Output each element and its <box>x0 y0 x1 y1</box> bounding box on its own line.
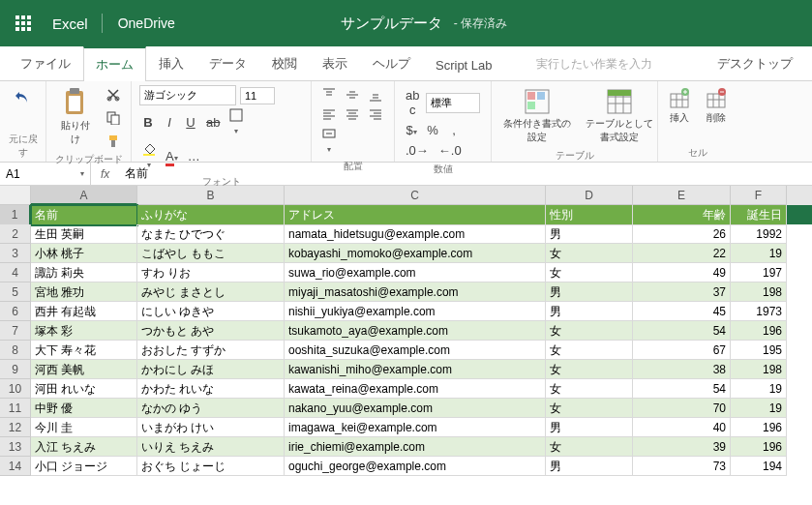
cell[interactable]: 45 <box>633 302 731 321</box>
cell[interactable]: 入江 ちえみ <box>31 437 137 457</box>
dec-decimal-button[interactable]: ←.0 <box>436 140 465 161</box>
tab-desktop[interactable]: デスクトップ <box>706 47 804 80</box>
format-painter-button[interactable] <box>104 132 123 151</box>
cell[interactable]: nakano_yuu@example.com <box>285 399 546 418</box>
cell[interactable]: 小林 桃子 <box>31 244 137 263</box>
cell[interactable]: 河田 れいな <box>31 379 137 399</box>
paste-button[interactable]: 貼り付け <box>54 85 96 149</box>
fx-icon[interactable]: fx <box>91 167 119 181</box>
strike-button[interactable]: ab <box>203 112 223 133</box>
align-middle-button[interactable] <box>343 85 362 104</box>
cell[interactable]: 女 <box>546 360 633 379</box>
cell[interactable]: 196 <box>731 321 787 341</box>
cell[interactable]: 195 <box>731 341 787 360</box>
cell[interactable]: nishii_yukiya@example.com <box>285 302 546 321</box>
cell[interactable]: 女 <box>546 263 633 282</box>
cell[interactable]: kobayashi_momoko@example.com <box>285 244 546 263</box>
cell[interactable]: 男 <box>546 224 633 244</box>
cell[interactable]: 196 <box>731 418 787 437</box>
select-all-corner[interactable] <box>0 186 31 205</box>
cell[interactable]: 38 <box>633 360 731 379</box>
conditional-format-button[interactable]: 条件付き書式の設定 <box>499 85 576 147</box>
cell[interactable]: 西井 有起哉 <box>31 302 137 321</box>
font-size-select[interactable]: 11 <box>240 87 275 104</box>
font-color-button[interactable]: A▾ <box>163 146 181 166</box>
merge-button[interactable]: ▾ <box>319 124 339 158</box>
row-header[interactable]: 1 <box>0 205 31 225</box>
tab-scriptlab[interactable]: Script Lab <box>423 49 505 80</box>
cell[interactable]: 1973 <box>731 302 787 321</box>
cell[interactable]: 女 <box>546 244 633 263</box>
tab-help[interactable]: ヘルプ <box>360 46 423 80</box>
document-title[interactable]: サンプルデータ - 保存済み <box>341 15 507 33</box>
col-header-b[interactable]: B <box>137 186 285 205</box>
header-cell[interactable]: 名前 <box>31 205 137 225</box>
cell[interactable]: みやじ まさとし <box>137 282 285 302</box>
cell[interactable]: 生田 英嗣 <box>31 224 137 244</box>
row-header[interactable]: 7 <box>0 321 31 341</box>
cell[interactable]: 19 <box>731 399 787 418</box>
comma-button[interactable]: , <box>445 120 463 140</box>
border-button[interactable]: ▾ <box>226 105 246 139</box>
cell[interactable]: 宮地 雅功 <box>31 282 137 302</box>
insert-cells-button[interactable]: 挿入 <box>666 85 693 128</box>
row-header[interactable]: 9 <box>0 360 31 379</box>
cell[interactable]: 196 <box>731 437 787 457</box>
cell[interactable]: 54 <box>633 379 731 399</box>
cell[interactable]: 49 <box>633 263 731 282</box>
cell[interactable]: つかもと あや <box>137 321 285 341</box>
header-cell[interactable]: 性別 <box>546 205 633 225</box>
tab-file[interactable]: ファイル <box>8 46 83 80</box>
cell[interactable]: いまがわ けい <box>137 418 285 437</box>
cell[interactable]: 19 <box>731 244 787 263</box>
cell[interactable]: oguchi_george@example.com <box>285 457 546 476</box>
cell[interactable]: 女 <box>546 341 633 360</box>
cell[interactable]: 26 <box>633 224 731 244</box>
font-name-select[interactable]: 游ゴシック <box>139 85 236 105</box>
cell[interactable]: いりえ ちえみ <box>137 437 285 457</box>
align-bottom-button[interactable] <box>366 85 385 104</box>
cell[interactable]: 1992 <box>731 224 787 244</box>
number-format-select[interactable]: 標準 <box>426 93 480 113</box>
cell[interactable]: おおした すずか <box>137 341 285 360</box>
storage-brand[interactable]: OneDrive <box>103 15 191 31</box>
cell[interactable]: imagawa_kei@example.com <box>285 418 546 437</box>
header-cell[interactable]: アドレス <box>285 205 546 225</box>
cell[interactable]: suwa_rio@example.com <box>285 263 546 282</box>
cell[interactable]: miyaji_masatoshi@example.com <box>285 282 546 302</box>
cell[interactable]: 諏訪 莉央 <box>31 263 137 282</box>
italic-button[interactable]: I <box>161 112 178 133</box>
cell[interactable]: 河西 美帆 <box>31 360 137 379</box>
cell[interactable]: tsukamoto_aya@example.com <box>285 321 546 341</box>
delete-cells-button[interactable]: 削除 <box>703 85 730 128</box>
cell[interactable]: かわた れいな <box>137 379 285 399</box>
cell[interactable]: 女 <box>546 379 633 399</box>
name-box[interactable]: A1▾ <box>0 163 91 185</box>
cell[interactable]: にしい ゆきや <box>137 302 285 321</box>
bold-button[interactable]: B <box>139 112 157 133</box>
cell[interactable]: 大下 寿々花 <box>31 341 137 360</box>
cell[interactable]: 198 <box>731 360 787 379</box>
cell[interactable]: 40 <box>633 418 731 437</box>
header-cell[interactable]: ふりがな <box>137 205 285 225</box>
cell[interactable]: 女 <box>546 437 633 457</box>
col-header-f[interactable]: F <box>731 186 787 205</box>
col-header-c[interactable]: C <box>285 186 546 205</box>
cell[interactable]: 男 <box>546 457 633 476</box>
inc-decimal-button[interactable]: .0→ <box>403 140 432 161</box>
cell[interactable]: 54 <box>633 321 731 341</box>
cell[interactable]: 今川 圭 <box>31 418 137 437</box>
cell[interactable]: namata_hidetsugu@example.com <box>285 224 546 244</box>
cell[interactable]: 塚本 彩 <box>31 321 137 341</box>
cell[interactable]: 19 <box>731 379 787 399</box>
cell[interactable]: おぐち じょーじ <box>137 457 285 476</box>
cell[interactable]: irie_chiemi@example.com <box>285 437 546 457</box>
percent-button[interactable]: % <box>424 120 441 140</box>
cell[interactable]: 女 <box>546 399 633 418</box>
cell[interactable]: 197 <box>731 263 787 282</box>
row-header[interactable]: 8 <box>0 341 31 360</box>
cell[interactable]: 中野 優 <box>31 399 137 418</box>
tab-view[interactable]: 表示 <box>310 46 360 80</box>
cell[interactable]: 男 <box>546 302 633 321</box>
formula-value[interactable]: 名前 <box>119 165 154 182</box>
